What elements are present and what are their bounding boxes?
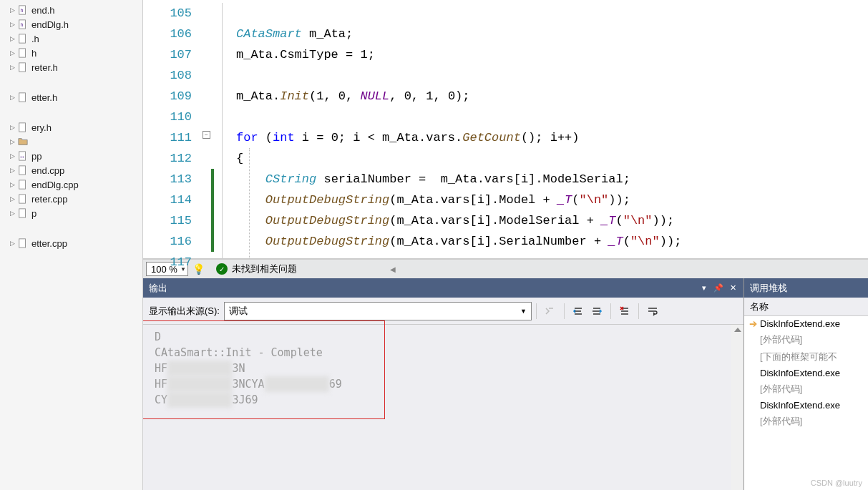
tree-item[interactable] — [0, 104, 142, 120]
tree-item-label: h — [31, 48, 36, 59]
svg-rect-7 — [19, 93, 26, 102]
callstack-row[interactable]: DiskInfoExtend.exe — [744, 366, 868, 381]
goto-icon — [542, 303, 558, 319]
output-line: CYxxxxxxxxxx3J69 — [155, 392, 732, 408]
tree-item-label: etter.cpp — [31, 238, 67, 249]
expand-icon: ▷ — [9, 138, 16, 145]
tree-item[interactable]: ▷end.cpp — [0, 163, 142, 177]
close-icon[interactable]: ✕ — [728, 283, 738, 293]
tree-item-label: endDlg.cpp — [31, 180, 79, 190]
output-line: CAtaSmart::Init - Complete — [155, 345, 732, 361]
editor-status-bar: 100 % ▼ 💡 ✓ 未找到相关问题 ◀ — [143, 259, 868, 278]
cpp-file-icon — [17, 237, 29, 249]
callstack-list[interactable]: DiskInfoExtend.exe [外部代码] [下面的框架可能不 Disk… — [744, 316, 868, 490]
tree-item[interactable]: ▷reter.h — [0, 60, 142, 74]
issues-text: 未找到相关问题 — [232, 263, 297, 275]
watermark: CSDN @luutry — [811, 479, 862, 487]
tree-item[interactable]: ▷etter.cpp — [0, 236, 142, 250]
fold-gutter[interactable]: − — [200, 0, 215, 258]
svg-rect-6 — [19, 63, 26, 72]
expand-icon: ▷ — [9, 21, 16, 28]
current-frame-arrow-icon — [747, 319, 760, 329]
output-scrollbar[interactable] — [731, 325, 743, 490]
callstack-row[interactable]: [外部代码] — [744, 381, 868, 398]
svg-text:++: ++ — [20, 155, 24, 159]
output-toolbar: 显示输出来源(S): 调试 ▼ — [143, 298, 743, 325]
output-panel: 输出 ▾ 📌 ✕ 显示输出来源(S): 调试 ▼ — [143, 278, 743, 490]
callstack-row-label: [外部代码] — [760, 333, 802, 346]
tree-item[interactable]: ▷ery.h — [0, 120, 142, 134]
tree-item[interactable]: ▷h — [0, 46, 142, 60]
dropdown-icon[interactable]: ▾ — [699, 283, 709, 293]
scroll-up-icon[interactable] — [734, 328, 741, 332]
code-editor[interactable]: 105 106 107 108 109 110 111 112 113 114 … — [143, 0, 868, 259]
callstack-row[interactable]: DiskInfoExtend.exe — [744, 316, 868, 331]
tree-item[interactable]: ▷endDlg.cpp — [0, 177, 142, 192]
clear-icon[interactable] — [617, 303, 633, 319]
expand-icon: ▷ — [9, 6, 16, 14]
left-arrow-icon[interactable]: ◀ — [390, 265, 396, 273]
tree-item-label: reter.h — [31, 62, 58, 73]
next-icon[interactable] — [589, 303, 605, 319]
line-number-gutter: 105 106 107 108 109 110 111 112 113 114 … — [143, 0, 200, 258]
expand-icon: ▷ — [9, 152, 16, 160]
tree-item[interactable]: ▷.h — [0, 31, 142, 46]
check-circle-icon: ✓ — [216, 263, 228, 275]
expand-icon: ▷ — [9, 195, 16, 202]
tree-item-label: end.cpp — [31, 165, 64, 176]
cpp-file-icon: ++ — [17, 150, 29, 162]
tree-item-label: ery.h — [31, 122, 52, 133]
svg-rect-8 — [19, 123, 26, 132]
tree-item[interactable]: ▷etter.h — [0, 90, 142, 104]
solution-explorer-tree[interactable]: ▷hend.h ▷hendDlg.h ▷.h ▷h ▷reter.h ▷ette… — [0, 0, 143, 490]
file-icon — [17, 47, 29, 59]
tree-item-label: etter.h — [31, 92, 57, 103]
output-text-area[interactable]: D CAtaSmart::Init - Complete HFxxxxxxxxx… — [143, 325, 743, 490]
cpp-file-icon — [17, 165, 29, 176]
callstack-title: 调用堆栈 — [750, 282, 787, 295]
output-source-dropdown[interactable]: 调试 ▼ — [224, 302, 532, 320]
tree-item[interactable]: ▷hend.h — [0, 3, 142, 17]
expand-icon: ▷ — [9, 35, 16, 42]
file-icon — [17, 122, 29, 133]
output-panel-title: 输出 — [149, 282, 699, 295]
svg-rect-5 — [19, 49, 26, 57]
callstack-column-header[interactable]: 名称 — [744, 298, 868, 316]
tree-item[interactable] — [0, 74, 142, 90]
expand-icon: ▷ — [9, 210, 16, 217]
tree-item-label: p — [31, 208, 36, 219]
wrap-icon[interactable] — [645, 303, 660, 319]
callstack-row-label: [外部代码] — [760, 415, 802, 428]
callstack-panel-header[interactable]: 调用堆栈 — [744, 278, 868, 298]
svg-text:h: h — [21, 22, 24, 27]
output-panel-header[interactable]: 输出 ▾ 📌 ✕ — [143, 278, 743, 298]
callstack-row[interactable]: [外部代码] — [744, 413, 868, 430]
tree-item[interactable]: ▷++pp — [0, 149, 142, 163]
callstack-row[interactable]: [外部代码] — [744, 331, 868, 348]
code-content[interactable]: CAtaSmart m_Ata; m_Ata.CsmiType = 1; m_A… — [215, 0, 868, 258]
tree-item[interactable] — [0, 220, 142, 236]
expand-icon: ▷ — [9, 167, 16, 174]
expand-icon: ▷ — [9, 181, 16, 188]
change-indicator — [211, 169, 214, 252]
cpp-file-icon — [17, 207, 29, 219]
tree-item[interactable]: ▷p — [0, 206, 142, 220]
expand-icon: ▷ — [9, 124, 16, 131]
tree-item[interactable]: ▷ — [0, 134, 142, 149]
callstack-row[interactable]: [下面的框架可能不 — [744, 348, 868, 366]
expand-icon: ▷ — [9, 94, 16, 101]
file-icon — [17, 92, 29, 103]
file-icon — [17, 62, 29, 73]
fold-minus-icon[interactable]: − — [203, 131, 210, 139]
tree-item[interactable]: ▷reter.cpp — [0, 192, 142, 206]
callstack-row[interactable]: DiskInfoExtend.exe — [744, 398, 868, 413]
svg-rect-13 — [19, 195, 26, 203]
callstack-panel: 调用堆栈 名称 DiskInfoExtend.exe [外部代码] [下面的框架… — [743, 278, 868, 490]
svg-rect-14 — [19, 209, 26, 217]
tree-item[interactable]: ▷hendDlg.h — [0, 17, 142, 31]
output-line: HFxxxxxxxxxx3NCYAxxxxxxxxxx69 — [155, 376, 732, 392]
pin-icon[interactable]: 📌 — [713, 283, 723, 293]
lightbulb-icon[interactable]: 💡 — [192, 263, 205, 275]
output-source-value: 调试 — [229, 305, 520, 318]
prev-icon[interactable] — [570, 303, 586, 319]
